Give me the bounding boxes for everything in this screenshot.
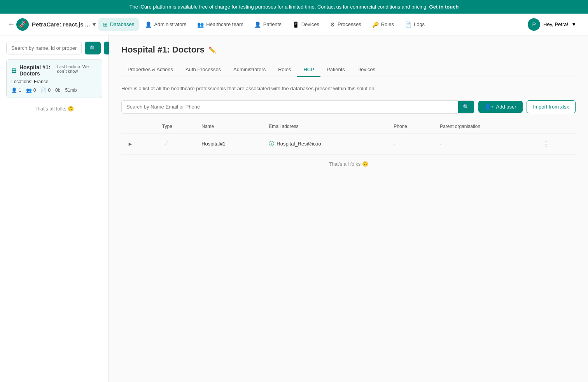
back-button[interactable]: ←	[8, 20, 15, 28]
top-banner: The iCure platform is available free of …	[0, 0, 588, 14]
col-email: Email address	[264, 120, 389, 133]
col-phone: Phone	[389, 120, 435, 133]
admins-count: 1	[19, 88, 21, 93]
tab-properties[interactable]: Properties & Actions	[121, 63, 179, 77]
db-card-header: ⊞ Hospital #1: Doctors Last backup: We d…	[11, 64, 97, 77]
nav-label-healthcare-team: Healthcare team	[206, 21, 243, 27]
table-empty-message: That's all folks 🙃	[121, 155, 576, 173]
nav-label-processes: Processes	[338, 21, 361, 27]
sidebar-search-row: 🔍 + Add database	[6, 42, 102, 54]
db-name: Hospital #1: Doctors	[19, 64, 57, 77]
main-layout: 🔍 + Add database ⊞ Hospital #1: Doctors …	[0, 35, 588, 382]
files-icon: 📄	[40, 88, 46, 93]
table-row: ► 📄 Hospital#1 ⓘ Hospital_Res@io.io - -	[121, 133, 576, 154]
sidebar-empty-message: That's all folks 🙃	[6, 103, 102, 115]
tab-hcp[interactable]: HCP	[297, 63, 320, 77]
sidebar-search-input[interactable]	[6, 42, 82, 54]
edit-icon[interactable]: ✏️	[208, 46, 216, 54]
administrators-icon: 👤	[145, 21, 152, 28]
hcp-table: Type Name Email address Phone Parent org…	[121, 120, 576, 155]
search-input[interactable]	[122, 101, 458, 113]
info-icon: ⓘ	[269, 140, 274, 147]
backup-label: Last backup:	[57, 64, 81, 69]
add-user-button[interactable]: 👤+ Add user	[478, 101, 523, 113]
nav-right: P Hey, Petra! ▼	[524, 16, 580, 33]
logs-icon: 📄	[405, 21, 411, 28]
banner-link[interactable]: Get in touch	[429, 4, 459, 10]
backup-info: Last backup: We don`t know	[57, 64, 97, 74]
tab-devices-label: Devices	[357, 67, 375, 72]
size-value: 0b	[55, 88, 60, 93]
tab-auth-label: Auth Processes	[186, 67, 221, 72]
stat-users: 👥 0	[26, 88, 36, 93]
page-title: Hospital #1: Doctors	[121, 45, 205, 55]
stat-size: 0b	[55, 88, 60, 93]
table-search-button[interactable]: 🔍	[458, 101, 474, 113]
nav-item-logs[interactable]: 📄 Logs	[400, 18, 429, 31]
nav-item-processes[interactable]: ⚙ Processes	[326, 18, 366, 31]
nav-item-patients[interactable]: 👤 Patients	[250, 18, 286, 31]
table-body: ► 📄 Hospital#1 ⓘ Hospital_Res@io.io - -	[121, 133, 576, 154]
main-nav: ← 🚀 PetraCare: react.js ... ▼ ⊞ Database…	[0, 14, 588, 35]
add-user-label: Add user	[496, 104, 516, 110]
tab-roles[interactable]: Roles	[272, 63, 297, 77]
import-label: Import from xlsx	[533, 104, 569, 110]
nav-item-databases[interactable]: ⊞ Databases	[98, 18, 139, 31]
table-search: 🔍	[121, 100, 474, 114]
stat-admins: 👤 1	[11, 88, 21, 93]
nav-label-databases: Databases	[110, 21, 134, 27]
location-value: France	[34, 79, 48, 84]
admins-icon: 👤	[11, 88, 17, 93]
row-type-icon: 📄	[162, 141, 169, 147]
row-name: Hospital#1	[197, 133, 264, 154]
nav-items: ⊞ Databases 👤 Administrators 👥 Healthcar…	[98, 18, 522, 31]
files-count: 0	[48, 88, 51, 93]
col-actions	[536, 120, 576, 133]
content-description: Here is a list of all the healthcare pro…	[121, 85, 576, 93]
nav-label-devices: Devices	[301, 21, 319, 27]
tab-devices[interactable]: Devices	[351, 63, 382, 77]
user-greeting: Hey, Petra!	[543, 21, 568, 27]
users-icon: 👥	[26, 88, 32, 93]
sidebar-search-button[interactable]: 🔍	[85, 42, 101, 54]
tab-roles-label: Roles	[278, 67, 291, 72]
user-dropdown-icon: ▼	[571, 21, 576, 27]
db-card-title: ⊞ Hospital #1: Doctors	[11, 64, 57, 77]
row-parent-org: -	[435, 133, 536, 154]
nav-label-patients: Patients	[263, 21, 282, 27]
nav-item-administrators[interactable]: 👤 Administrators	[140, 18, 191, 31]
table-toolbar: 🔍 👤+ Add user Import from xlsx	[121, 100, 576, 114]
database-card[interactable]: ⊞ Hospital #1: Doctors Last backup: We d…	[6, 59, 102, 98]
patients-icon: 👤	[254, 21, 261, 28]
main-content: Hospital #1: Doctors ✏️ Properties & Act…	[109, 35, 588, 382]
tab-auth[interactable]: Auth Processes	[179, 63, 227, 77]
tab-properties-label: Properties & Actions	[128, 67, 173, 72]
healthcare-team-icon: 👥	[197, 21, 204, 28]
import-xlsx-button[interactable]: Import from xlsx	[527, 100, 576, 113]
tab-patients[interactable]: Patients	[320, 63, 351, 77]
db-card-location: Locations: France	[11, 79, 97, 84]
nav-item-healthcare-team[interactable]: 👥 Healthcare team	[192, 18, 248, 31]
table-header: Type Name Email address Phone Parent org…	[121, 120, 576, 133]
user-avatar: P	[528, 18, 540, 31]
expand-button[interactable]: ►	[126, 139, 135, 149]
nav-item-roles[interactable]: 🔑 Roles	[368, 18, 399, 31]
app-dropdown[interactable]: ▼	[91, 21, 97, 28]
tab-administrators-label: Administrators	[233, 67, 266, 72]
row-email: Hospital_Res@io.io	[276, 141, 321, 147]
db-stats: 👤 1 👥 0 📄 0 0b 51mb	[11, 88, 97, 93]
user-menu-button[interactable]: P Hey, Petra! ▼	[524, 16, 580, 33]
nav-label-administrators: Administrators	[154, 21, 186, 27]
processes-icon: ⚙	[330, 21, 335, 28]
tab-administrators[interactable]: Administrators	[227, 63, 272, 77]
databases-icon: ⊞	[103, 21, 108, 28]
logo-icon: 🚀	[16, 18, 29, 31]
col-parent-org: Parent organisation	[435, 120, 536, 133]
row-more-button[interactable]: ⋮	[541, 138, 551, 150]
roles-icon: 🔑	[372, 21, 379, 28]
devices-icon: 📱	[292, 21, 299, 28]
nav-item-devices[interactable]: 📱 Devices	[288, 18, 324, 31]
sidebar: 🔍 + Add database ⊞ Hospital #1: Doctors …	[0, 35, 109, 382]
stat-files: 📄 0	[40, 88, 51, 93]
row-phone: -	[389, 133, 435, 154]
